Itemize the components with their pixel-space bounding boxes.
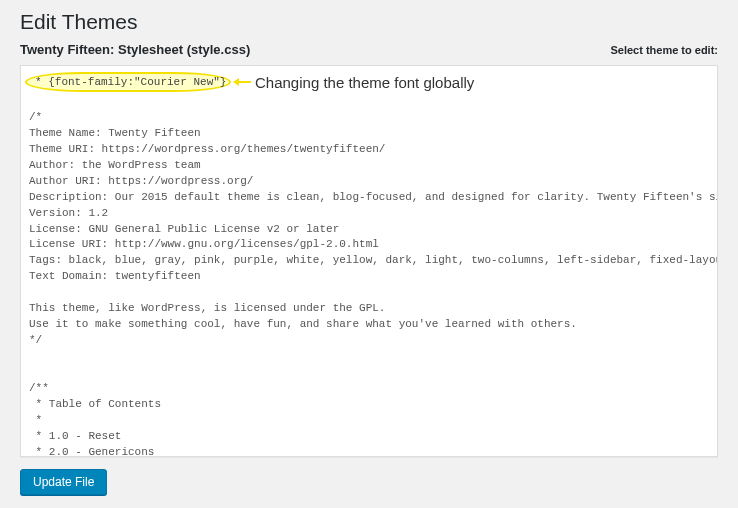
subheader: Twenty Fifteen: Stylesheet (style.css) S… [20,42,718,57]
code-editor-container: * {font-family:"Courier New"} Changing t… [20,65,718,457]
code-editor[interactable] [21,66,717,456]
select-theme-label: Select theme to edit: [610,44,718,56]
action-row: Update File [20,469,718,495]
update-file-button[interactable]: Update File [20,469,107,495]
page-title: Edit Themes [20,10,718,34]
theme-file-heading: Twenty Fifteen: Stylesheet (style.css) [20,42,250,57]
